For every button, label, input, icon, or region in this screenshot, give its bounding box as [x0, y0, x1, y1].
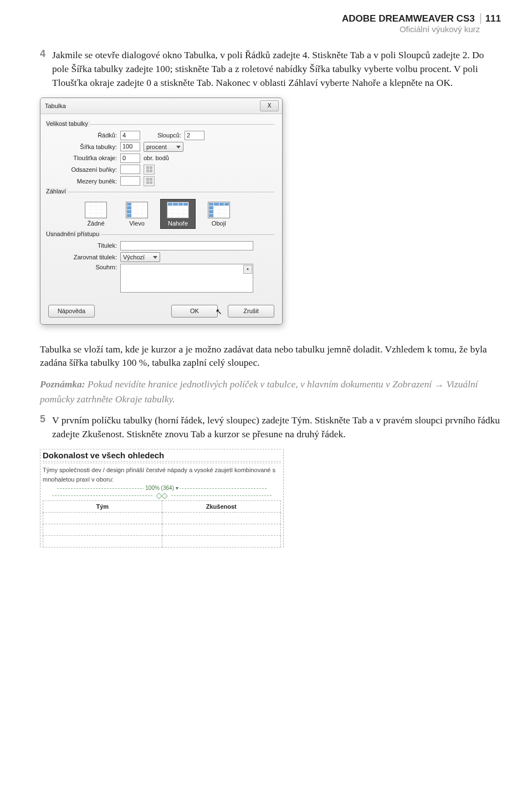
- step-text: Jakmile se otevře dialogové okno Tabulka…: [52, 48, 501, 90]
- table-width-ruler: 100% (364) ▾: [43, 485, 281, 493]
- border-unit: obr. bodů: [144, 155, 169, 161]
- book-title: ADOBE DREAMWEAVER CS3: [342, 13, 475, 24]
- editor-preview: Dokonalost ve všech ohledech Týmy společ…: [40, 449, 284, 548]
- header-option-both[interactable]: Obojí: [201, 199, 237, 229]
- table-cell[interactable]: [43, 513, 162, 524]
- table-cell[interactable]: [162, 536, 281, 548]
- step-number: 4: [40, 48, 52, 90]
- table-header-cell[interactable]: Zkušenost: [162, 501, 281, 513]
- preview-paragraph: Týmy společnosti dev / design přináší če…: [43, 466, 281, 484]
- cols-label: Sloupců:: [140, 132, 185, 139]
- cellpad-icon: [144, 165, 155, 175]
- table-header-cell[interactable]: Tým: [43, 501, 162, 513]
- page-header: ADOBE DREAMWEAVER CS3 111 Oficiální výuk…: [40, 13, 501, 34]
- caption-input[interactable]: [120, 241, 253, 250]
- step-text: V prvním políčku tabulky (horní řádek, l…: [52, 413, 501, 441]
- fieldset-access: Usnadnění přístupu Titulek: Zarovnat tit…: [46, 234, 274, 293]
- table-cell[interactable]: [43, 536, 162, 548]
- border-input[interactable]: 0: [120, 154, 140, 163]
- paragraph-after-dialog: Tabulka se vloží tam, kde je kurzor a je…: [40, 342, 501, 370]
- align-caption-label: Zarovnat titulek:: [46, 254, 120, 260]
- dialog-title: Tabulka: [45, 103, 66, 109]
- rows-label: Řádků:: [46, 132, 120, 139]
- ok-button[interactable]: OK: [171, 305, 218, 318]
- border-label: Tloušťka okraje:: [46, 155, 120, 161]
- header-top-icon: [167, 202, 189, 218]
- table-row: Tým Zkušenost: [43, 501, 281, 513]
- note-paragraph: Poznámka: Pokud nevidíte hranice jednotl…: [40, 377, 501, 406]
- header-option-none[interactable]: Žádné: [78, 199, 114, 229]
- help-button[interactable]: Nápověda: [48, 305, 95, 318]
- ruler-label: 100% (364) ▾: [144, 485, 180, 491]
- cellpad-label: Odsazení buňky:: [46, 166, 120, 173]
- cellspace-label: Mezery buněk:: [46, 178, 120, 185]
- cellpad-input[interactable]: [120, 165, 140, 174]
- table-cell[interactable]: [162, 524, 281, 536]
- step-5: 5 V prvním políčku tabulky (horní řádek,…: [40, 413, 501, 441]
- caption-label: Titulek:: [46, 242, 120, 249]
- page-number: 111: [480, 13, 501, 24]
- header-none-icon: [85, 202, 107, 218]
- note-text-a: Pokud nevidíte hranice jednotlivých polí…: [88, 378, 434, 390]
- preview-heading: Dokonalost ve všech ohledech: [43, 451, 281, 460]
- width-label: Šířka tabulky:: [46, 144, 120, 150]
- header-option-left[interactable]: Vlevo: [119, 199, 155, 229]
- cellspace-input[interactable]: [120, 176, 140, 186]
- column-ruler: [43, 493, 281, 499]
- table-row: [43, 524, 281, 536]
- table-cell[interactable]: [162, 513, 281, 524]
- book-subtitle: Oficiální výukový kurz: [40, 24, 480, 34]
- table-dialog: Tabulka X Velikost tabulky Řádků: 4 Slou…: [40, 98, 283, 325]
- header-left-icon: [126, 202, 148, 218]
- header-option-top[interactable]: Nahoře: [160, 199, 196, 229]
- step-4: 4 Jakmile se otevře dialogové okno Tabul…: [40, 48, 501, 90]
- step-number: 5: [40, 413, 52, 441]
- note-label: Poznámka:: [40, 378, 85, 390]
- align-caption-select[interactable]: Výchozí: [120, 252, 160, 262]
- rows-input[interactable]: 4: [120, 131, 140, 140]
- header-none-label: Žádné: [87, 220, 104, 227]
- width-input[interactable]: 100: [120, 142, 140, 151]
- header-both-icon: [208, 202, 230, 218]
- summary-textarea[interactable]: ▴: [120, 264, 253, 293]
- fieldset-header: Záhlaví Žádné: [46, 192, 274, 229]
- header-left-label: Vlevo: [129, 220, 145, 227]
- fieldset-access-legend: Usnadnění přístupu: [46, 231, 101, 237]
- table-row: [43, 536, 281, 548]
- inserted-table[interactable]: Tým Zkušenost: [43, 500, 281, 548]
- table-cell[interactable]: [43, 524, 162, 536]
- cancel-button[interactable]: Zrušit: [228, 305, 274, 318]
- fieldset-size: Velikost tabulky Řádků: 4 Sloupců: 2 Šíř…: [46, 124, 274, 186]
- scroll-up-icon[interactable]: ▴: [243, 265, 252, 274]
- table-row: [43, 513, 281, 524]
- width-unit-select[interactable]: procent: [144, 142, 183, 152]
- arrow-icon: →: [434, 378, 444, 392]
- fieldset-header-legend: Záhlaví: [46, 188, 68, 195]
- header-both-label: Obojí: [212, 220, 226, 227]
- cursor-icon: ↖: [216, 307, 222, 316]
- close-button[interactable]: X: [260, 100, 279, 111]
- cellspace-icon: [144, 176, 155, 186]
- header-top-label: Nahoře: [168, 220, 188, 227]
- fieldset-size-legend: Velikost tabulky: [46, 120, 90, 127]
- cols-input[interactable]: 2: [185, 131, 204, 140]
- summary-label: Souhrn:: [46, 264, 120, 270]
